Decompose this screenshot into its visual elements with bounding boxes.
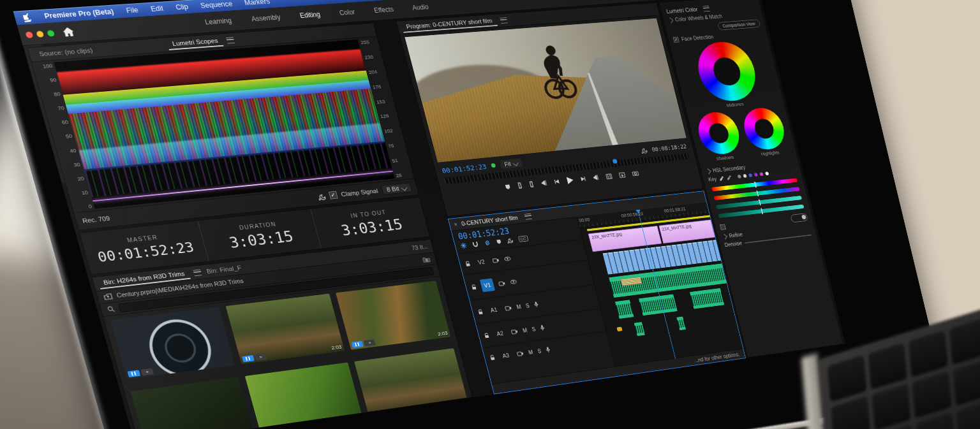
clip-audio-a2-3[interactable] (690, 288, 724, 309)
snap-magnet-icon[interactable] (472, 241, 479, 247)
eye-icon[interactable] (503, 256, 511, 261)
tab-audio[interactable]: Audio (402, 0, 438, 15)
mute-button[interactable]: M (528, 349, 533, 356)
source-patch-icon[interactable] (492, 258, 500, 263)
zoom-window-button[interactable] (47, 30, 55, 36)
timeline-settings-wrench-icon[interactable] (507, 237, 514, 244)
show-mask-checkbox[interactable] (720, 224, 726, 229)
section-expand-icon[interactable] (668, 17, 673, 23)
key-color-swatches[interactable] (738, 171, 769, 178)
panel-menu-icon[interactable] (524, 213, 532, 219)
clip-audio-a3-1[interactable] (634, 322, 645, 336)
extract-icon[interactable] (618, 171, 625, 178)
menu-markers[interactable]: Markers (244, 0, 271, 7)
clip-thumbnail-moss[interactable] (245, 362, 364, 429)
clip-thumbnail-forest-floor[interactable]: » 2:03 C048_C026_010164... (336, 280, 450, 349)
eye-icon[interactable] (510, 279, 517, 284)
clip-audio-a3-2[interactable] (676, 317, 686, 331)
menu-edit[interactable]: Edit (150, 4, 165, 13)
mark-out-icon[interactable] (529, 181, 535, 187)
lock-icon[interactable] (471, 284, 477, 290)
tab-editing[interactable]: Editing (290, 7, 331, 24)
mark-in-icon[interactable] (517, 182, 523, 189)
apple-icon[interactable] (22, 13, 33, 22)
captions-icon[interactable]: CC (518, 235, 528, 242)
eyedropper-plus-icon[interactable] (726, 175, 732, 180)
mic-icon[interactable] (546, 346, 551, 353)
source-patch-icon[interactable] (498, 280, 506, 286)
tab-assembly[interactable]: Assembly (241, 10, 291, 27)
lock-icon[interactable] (464, 261, 471, 267)
section-expand-icon[interactable] (722, 234, 727, 240)
program-timecode[interactable]: 00:01:52:23 (441, 163, 487, 175)
color-gray-toggle[interactable] (790, 213, 808, 222)
track-label-v2[interactable]: V2 (475, 258, 489, 266)
lock-icon[interactable] (484, 332, 490, 338)
refine-label[interactable]: Refine (729, 231, 743, 238)
panel-menu-icon[interactable] (702, 6, 710, 11)
insert-remove-sync-icon[interactable] (460, 242, 467, 249)
scrubber-playhead[interactable] (612, 159, 618, 164)
solo-button[interactable]: S (537, 348, 542, 354)
clip-thumbnail-dark-forest[interactable] (131, 377, 254, 429)
menu-file[interactable]: File (125, 6, 139, 15)
shadows-wheel[interactable] (694, 110, 744, 156)
mute-button[interactable]: M (516, 303, 522, 310)
clip-audio-a2-1[interactable] (615, 300, 634, 319)
panel-menu-icon[interactable] (193, 269, 202, 276)
midtones-wheel[interactable] (692, 40, 762, 103)
lock-icon[interactable] (489, 354, 496, 361)
panel-menu-icon[interactable] (226, 37, 235, 43)
bit-depth-dropdown[interactable]: 8 Bit (381, 182, 412, 195)
folder-search-icon[interactable] (422, 256, 431, 263)
clamp-signal-checkbox[interactable]: ✓ (329, 191, 338, 200)
eyedropper-icon[interactable] (718, 176, 724, 182)
program-video-frame[interactable] (405, 18, 686, 163)
minimize-window-button[interactable] (36, 31, 44, 37)
face-detection-checkbox[interactable]: ✓ (672, 37, 679, 43)
section-color-wheels[interactable]: Color Wheels & Match (674, 13, 722, 22)
menu-clip[interactable]: Clip (175, 3, 189, 11)
add-marker-icon[interactable] (496, 239, 501, 245)
mute-button[interactable]: M (522, 327, 528, 333)
go-to-in-icon[interactable] (540, 180, 548, 187)
clip-thumbnail-wheel[interactable]: » (110, 307, 235, 380)
navigate-up-icon[interactable] (103, 293, 113, 300)
tab-color[interactable]: Color (329, 4, 366, 20)
section-hsl-secondary[interactable]: HSL Secondary (712, 164, 746, 173)
track-label-v1[interactable]: V1 (480, 278, 495, 292)
track-label-a3[interactable]: A3 (499, 352, 513, 360)
solo-button[interactable]: S (525, 303, 530, 309)
panel-menu-icon[interactable] (500, 17, 508, 24)
section-expand-icon[interactable] (706, 168, 711, 174)
clip-audio-a2-2[interactable] (639, 294, 678, 316)
source-patch-icon[interactable] (505, 305, 512, 311)
home-icon[interactable] (61, 26, 76, 37)
export-frame-icon[interactable] (632, 171, 639, 177)
source-patch-icon[interactable] (510, 329, 518, 335)
track-label-a2[interactable]: A2 (493, 330, 507, 337)
solo-button[interactable]: S (531, 326, 537, 331)
tab-lumetri-color[interactable]: Lumetri Color (665, 6, 698, 15)
mic-icon[interactable] (533, 301, 539, 307)
play-button[interactable] (566, 177, 574, 184)
highlights-wheel[interactable] (739, 106, 788, 152)
source-patch-icon[interactable] (516, 351, 524, 356)
clip-thumbnail-forest-bike[interactable]: » 2:03 (225, 294, 345, 365)
search-icon[interactable] (107, 305, 115, 313)
mic-icon[interactable] (540, 324, 546, 331)
lock-icon[interactable] (477, 309, 484, 315)
app-menu-title[interactable]: Premiere Pro (Beta) (43, 8, 115, 20)
step-back-icon[interactable] (554, 179, 560, 185)
zoom-level-dropdown[interactable]: Fit (500, 159, 523, 169)
go-to-out-icon[interactable] (592, 174, 600, 181)
wrench-icon[interactable] (317, 193, 326, 200)
tab-learning[interactable]: Learning (194, 13, 242, 30)
clip-thumbnail-forest[interactable] (354, 348, 468, 418)
menu-sequence[interactable]: Sequence (200, 0, 234, 10)
settings-wrench-icon[interactable] (641, 147, 648, 154)
track-label-a1[interactable]: A1 (487, 306, 501, 314)
comparison-view-button[interactable]: Comparison View (717, 19, 761, 31)
close-panel-icon[interactable]: × (453, 221, 458, 228)
tab-effects[interactable]: Effects (364, 2, 404, 18)
